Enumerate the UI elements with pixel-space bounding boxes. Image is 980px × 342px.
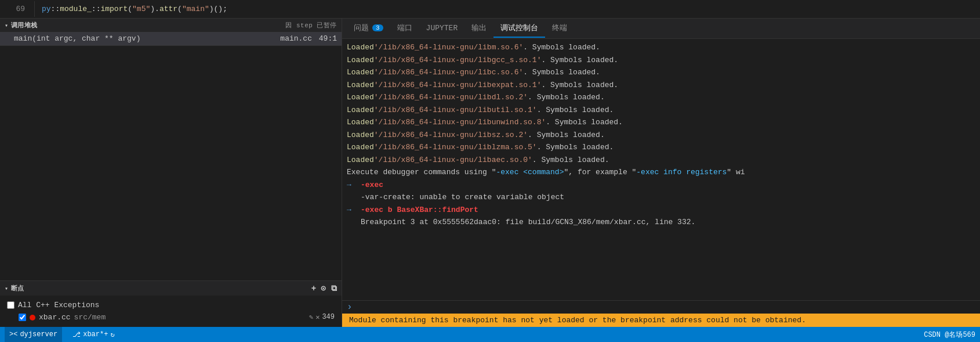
all-exceptions-checkbox[interactable]: [7, 301, 14, 309]
breakpoint-edit-icons: ✎ ✕ 349: [309, 313, 335, 322]
console-line-1: Loaded '/lib/x86_64-linux-gnu/libm.so.6'…: [342, 41, 980, 54]
tabs-bar: 问题 3 端口 JUPYTER 输出 调试控制台 终端: [342, 19, 980, 39]
csdn-label: CSDN @名场569: [924, 331, 975, 339]
console-line-9: Loaded '/lib/x86_64-linux-gnu/liblzma.so…: [342, 141, 980, 154]
tab-problems-badge: 3: [372, 24, 383, 31]
server-name: dyjserver: [20, 330, 57, 339]
console-output[interactable]: Loaded '/lib/x86_64-linux-gnu/libm.so.6'…: [342, 39, 980, 300]
stack-filename: main.cc: [280, 34, 312, 43]
breakpoints-title: 断点: [11, 284, 24, 293]
breakpoints-section: ▾ 断点 + ⊙ ⧉ All C++ Exceptions: [0, 280, 342, 327]
call-stack-section: ▾ 调用堆栈 因 step 已暂停 main(int argc, char **…: [0, 19, 342, 46]
edit-icon[interactable]: ✎: [309, 313, 313, 322]
console-line-breakpoint-info: Breakpoint 3 at 0x5555562daac0: file bui…: [342, 216, 980, 229]
console-line-10: Loaded '/lib/x86_64-linux-gnu/libaec.so.…: [342, 154, 980, 167]
console-line-var-create: -var-create: unable to create variable o…: [342, 191, 980, 204]
code-content: py::module_::import("m5").attr("main")()…: [35, 1, 234, 17]
console-line-6: Loaded '/lib/x86_64-linux-gnu/libutil.so…: [342, 104, 980, 117]
tab-problems[interactable]: 问题 3: [347, 19, 390, 38]
code-area: 69 py::module_::import("m5").attr("main"…: [0, 0, 980, 19]
delete-icon[interactable]: ✕: [315, 313, 320, 322]
breakpoint-count: 349: [322, 313, 335, 322]
call-stack-header[interactable]: ▾ 调用堆栈 因 step 已暂停: [0, 19, 342, 32]
breakpoint-item-row[interactable]: xbar.cc src/mem ✎ ✕ 349: [5, 311, 337, 323]
right-panel: 问题 3 端口 JUPYTER 输出 调试控制台 终端 Loaded: [342, 19, 980, 327]
arrow-icon-2: →: [347, 204, 356, 216]
input-arrow-icon: ›: [347, 302, 353, 312]
status-right: CSDN @名场569: [924, 330, 975, 340]
copy-breakpoint-icon[interactable]: ⧉: [331, 284, 337, 293]
tab-jupyter[interactable]: JUPYTER: [419, 20, 465, 37]
tab-debug-console[interactable]: 调试控制台: [493, 19, 545, 38]
console-line-2: Loaded '/lib/x86_64-linux-gnu/libgcc_s.s…: [342, 54, 980, 67]
branch-icon: ⎇: [72, 330, 81, 339]
line-number: 69: [0, 1, 35, 17]
breakpoints-chevron: ▾: [5, 285, 9, 292]
breakpoints-icons: + ⊙ ⧉: [311, 283, 337, 293]
console-input-area: ›: [342, 300, 980, 314]
console-line-8: Loaded '/lib/x86_64-linux-gnu/libsz.so.2…: [342, 129, 980, 142]
call-stack-chevron: ▾: [5, 22, 9, 29]
breakpoint-checkbox[interactable]: [19, 314, 26, 321]
stack-line: 49:1: [319, 34, 337, 43]
breakpoints-header[interactable]: ▾ 断点 + ⊙ ⧉: [0, 281, 342, 296]
tab-terminal[interactable]: 终端: [545, 19, 574, 38]
branch-name: xbar*+: [83, 330, 108, 339]
status-left: >< dyjserver ⎇ xbar*+ ↻: [5, 327, 118, 342]
call-stack-status: 因 step 已暂停: [285, 21, 337, 30]
tab-output[interactable]: 输出: [464, 19, 493, 38]
all-exceptions-row[interactable]: All C++ Exceptions: [5, 299, 337, 311]
console-line-arrow1: → -exec: [342, 179, 980, 192]
all-exceptions-label: All C++ Exceptions: [18, 301, 99, 309]
console-line-exec-info: Execute debugger commands using "-exec <…: [342, 166, 980, 179]
tab-jupyter-label: JUPYTER: [426, 24, 458, 33]
breakpoint-dot: [30, 315, 35, 321]
add-breakpoint-icon[interactable]: +: [311, 284, 317, 293]
status-branch[interactable]: ⎇ xbar*+ ↻: [69, 330, 118, 339]
console-line-5: Loaded '/lib/x86_64-linux-gnu/libdl.so.2…: [342, 91, 980, 104]
breakpoint-item-left: xbar.cc src/mem: [19, 313, 106, 322]
warning-bar: Module containing this breakpoint has no…: [342, 314, 980, 327]
main-layout: ▾ 调用堆栈 因 step 已暂停 main(int argc, char **…: [0, 19, 980, 327]
status-server[interactable]: >< dyjserver: [5, 327, 62, 342]
tab-output-label: 输出: [471, 23, 487, 33]
stack-func: main(int argc, char ** argv): [14, 34, 140, 43]
console-line-arrow2: → -exec b BaseXBar::findPort: [342, 204, 980, 217]
warning-text: Module containing this breakpoint has no…: [349, 316, 806, 325]
left-panel: ▾ 调用堆栈 因 step 已暂停 main(int argc, char **…: [0, 19, 342, 327]
breakpoints-content: All C++ Exceptions xbar.cc src/mem ✎ ✕ 3…: [0, 296, 342, 327]
status-bar: >< dyjserver ⎇ xbar*+ ↻ CSDN @名场569: [0, 327, 980, 342]
remote-icon: ><: [9, 330, 17, 339]
stack-item[interactable]: main(int argc, char ** argv) main.cc 49:…: [0, 32, 342, 45]
tab-port[interactable]: 端口: [390, 19, 419, 38]
call-stack-title: 调用堆栈: [11, 21, 38, 30]
toggle-breakpoint-icon[interactable]: ⊙: [321, 283, 326, 293]
console-line-3: Loaded '/lib/x86_64-linux-gnu/libc.so.6'…: [342, 66, 980, 79]
breakpoint-path: src/mem: [74, 313, 106, 322]
console-line-7: Loaded '/lib/x86_64-linux-gnu/libunwind.…: [342, 116, 980, 129]
tab-debug-console-label: 调试控制台: [500, 23, 538, 33]
breakpoint-file: xbar.cc: [39, 313, 71, 322]
sync-icon: ↻: [110, 330, 114, 339]
console-line-4: Loaded '/lib/x86_64-linux-gnu/libexpat.s…: [342, 79, 980, 92]
arrow-icon-1: →: [347, 179, 356, 191]
tab-port-label: 端口: [397, 23, 412, 33]
tab-problems-label: 问题: [354, 23, 369, 33]
tab-terminal-label: 终端: [552, 23, 567, 33]
